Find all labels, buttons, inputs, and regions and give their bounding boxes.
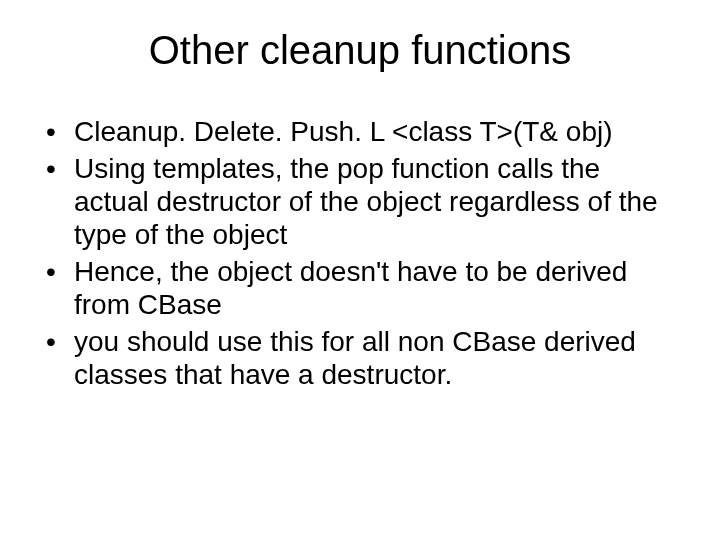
list-item: you should use this for all non CBase de…: [40, 325, 680, 391]
list-item: Using templates, the pop function calls …: [40, 152, 680, 251]
bullet-list: Cleanup. Delete. Push. L <class T>(T& ob…: [40, 115, 680, 391]
list-item: Hence, the object doesn't have to be der…: [40, 255, 680, 321]
list-item: Cleanup. Delete. Push. L <class T>(T& ob…: [40, 115, 680, 148]
slide-title: Other cleanup functions: [40, 28, 680, 73]
slide: Other cleanup functions Cleanup. Delete.…: [0, 0, 720, 540]
